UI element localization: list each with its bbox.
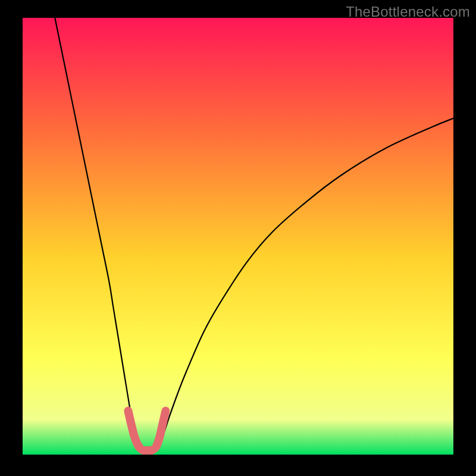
- watermark-text: TheBottleneck.com: [346, 4, 470, 20]
- chart-svg: [0, 0, 476, 476]
- plot-background: [23, 18, 453, 455]
- chart-canvas: TheBottleneck.com: [0, 0, 476, 476]
